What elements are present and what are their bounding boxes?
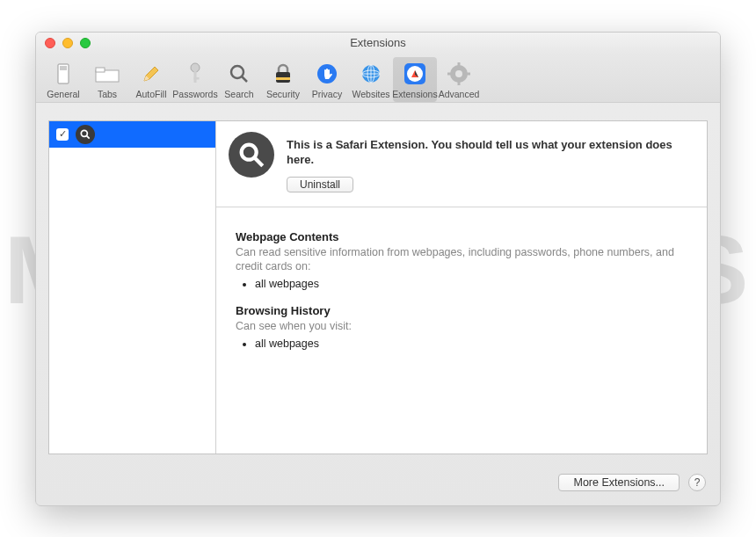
toolbar-label: General	[47, 89, 79, 99]
window-controls	[36, 38, 91, 48]
toolbar-search[interactable]: Search	[217, 57, 261, 102]
minimize-window-button[interactable]	[62, 38, 73, 48]
svg-line-26	[86, 135, 90, 139]
svg-rect-6	[194, 77, 200, 80]
perm-item: all webpages	[255, 278, 687, 290]
toolbar-websites[interactable]: Websites	[349, 57, 393, 102]
close-window-button[interactable]	[45, 38, 55, 48]
preferences-window: Extensions General Tabs AutoFill Passwor…	[35, 32, 721, 506]
toolbar-extensions[interactable]: Extensions	[393, 57, 437, 102]
help-button[interactable]: ?	[688, 474, 706, 491]
extension-mini-icon	[76, 125, 95, 144]
gear-icon	[446, 61, 472, 87]
globe-icon	[358, 61, 384, 87]
extensions-sidebar: ✓	[49, 121, 216, 454]
perm-subtitle: Can read sensitive information from webp…	[236, 245, 687, 275]
window-title: Extensions	[36, 36, 720, 49]
lock-icon	[270, 61, 296, 87]
toolbar-autofill[interactable]: AutoFill	[129, 57, 173, 102]
uninstall-button[interactable]: Uninstall	[287, 177, 353, 192]
perm-list: all webpages	[255, 337, 687, 350]
detail-text-block: This is a Safari Extension. You should t…	[287, 132, 694, 192]
svg-rect-3	[96, 68, 105, 72]
detail-header: This is a Safari Extension. You should t…	[216, 121, 707, 207]
svg-rect-10	[276, 77, 290, 80]
svg-rect-24	[466, 72, 470, 75]
key-icon	[182, 61, 208, 87]
perm-subtitle: Can see when you visit:	[236, 319, 687, 334]
svg-line-8	[242, 76, 247, 82]
permissions-section: Webpage Contents Can read sensitive info…	[216, 207, 707, 388]
toolbar-label: Security	[266, 89, 300, 99]
hand-icon	[314, 61, 340, 87]
toolbar-label: Tabs	[98, 89, 117, 99]
toolbar-label: Privacy	[312, 89, 342, 99]
extension-checkbox[interactable]: ✓	[56, 128, 69, 141]
perm-title: Webpage Contents	[236, 230, 687, 243]
toolbar-tabs[interactable]: Tabs	[85, 57, 129, 102]
toolbar-label: AutoFill	[135, 89, 166, 99]
svg-rect-22	[458, 81, 461, 85]
toolbar-general[interactable]: General	[41, 57, 85, 102]
extension-large-icon	[229, 132, 274, 178]
extension-list-item[interactable]: ✓	[49, 121, 215, 148]
extension-description: This is a Safari Extension. You should t…	[287, 132, 694, 168]
toolbar-passwords[interactable]: Passwords	[173, 57, 217, 102]
toolbar-privacy[interactable]: Privacy	[305, 57, 349, 102]
perm-title: Browsing History	[236, 304, 687, 317]
footer: More Extensions... ?	[36, 467, 720, 505]
svg-rect-5	[194, 71, 197, 83]
svg-point-7	[231, 66, 244, 78]
toolbar-advanced[interactable]: Advanced	[437, 57, 481, 102]
compass-icon	[402, 61, 428, 87]
toolbar-label: Search	[224, 89, 253, 99]
magnifier-icon	[226, 61, 252, 87]
perm-list: all webpages	[255, 278, 687, 290]
svg-rect-1	[60, 66, 67, 70]
svg-point-4	[191, 63, 200, 72]
more-extensions-button[interactable]: More Extensions...	[558, 474, 680, 491]
svg-point-20	[455, 70, 462, 77]
toolbar-security[interactable]: Security	[261, 57, 305, 102]
perm-item: all webpages	[255, 337, 687, 350]
toolbar-label: Extensions	[392, 89, 437, 99]
content-area: ✓ This is a Safari Extension. You should…	[48, 120, 708, 454]
toolbar-label: Passwords	[172, 89, 217, 99]
svg-rect-21	[458, 62, 461, 67]
pencil-icon	[138, 61, 164, 87]
zoom-window-button[interactable]	[80, 38, 91, 48]
extension-detail: This is a Safari Extension. You should t…	[216, 121, 707, 454]
toolbar: General Tabs AutoFill Passwords Search	[36, 54, 720, 103]
titlebar: Extensions	[36, 33, 720, 54]
toolbar-label: Websites	[353, 89, 390, 99]
switch-icon	[50, 61, 76, 87]
svg-rect-23	[447, 72, 452, 75]
svg-line-28	[254, 156, 263, 165]
toolbar-label: Advanced	[439, 89, 480, 99]
tabs-icon	[94, 61, 120, 87]
